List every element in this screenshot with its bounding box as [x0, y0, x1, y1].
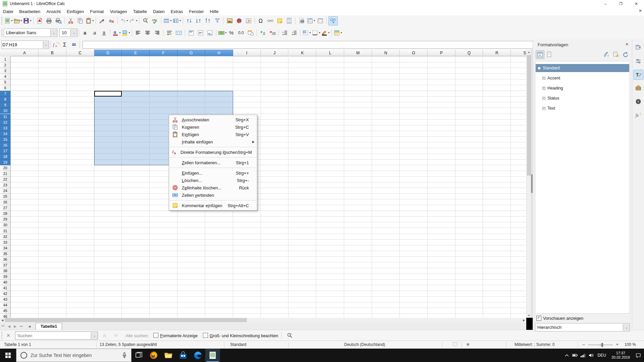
align-left-button[interactable] [134, 28, 143, 37]
dropdown-arrow[interactable]: ▾ [179, 19, 181, 22]
name-box[interactable]: ⌄ [1, 41, 49, 49]
row-header-35[interactable]: 35 [0, 251, 11, 257]
row-header-43[interactable]: 43 [0, 297, 11, 302]
maximize-button[interactable]: ❐ [613, 0, 629, 7]
row-header-13[interactable]: 13 [0, 125, 11, 131]
add-decimal-button[interactable]: .0 [259, 28, 267, 37]
summary-status[interactable]: Mittelwert: ; Summe: 0 [515, 342, 554, 347]
select-all-corner[interactable] [0, 50, 11, 57]
row-header-20[interactable]: 20 [0, 165, 11, 171]
function-wizard-button[interactable]: fx [52, 41, 61, 48]
style-item-text[interactable]: +Text [536, 104, 629, 112]
volume-icon[interactable] [587, 349, 595, 362]
menu-tabelle[interactable]: Tabelle [130, 8, 150, 15]
column-header-O[interactable]: O [400, 50, 428, 56]
scroll-left-arrow[interactable]: ◀ [0, 318, 5, 322]
action-center-icon[interactable] [633, 349, 644, 362]
next-sheet-button[interactable]: ▶ [12, 323, 18, 329]
horizontal-scrollbar[interactable]: ◀ ▶ [0, 318, 526, 322]
equals-button[interactable] [69, 41, 78, 48]
search-dropdown-arrow[interactable]: ⌄ [91, 332, 98, 339]
align-top-button[interactable] [187, 28, 196, 37]
taskbar-file-explorer-icon[interactable] [161, 349, 176, 362]
column-header-N[interactable]: N [372, 50, 400, 56]
search-field[interactable] [15, 333, 91, 338]
last-sheet-button[interactable]: ⏭ [18, 323, 24, 329]
find-all-button[interactable]: Alle suchen [125, 333, 148, 338]
menu-bearbeiten[interactable]: Bearbeiten [16, 8, 43, 15]
sum-button[interactable]: Σ [61, 41, 69, 48]
column-header-K[interactable]: K [289, 50, 317, 56]
row-header-27[interactable]: 27 [0, 205, 11, 211]
collapse-icon[interactable]: - [538, 67, 541, 70]
page-style-status[interactable]: Standard [230, 342, 247, 347]
dropdown-arrow[interactable]: ▾ [225, 31, 226, 34]
show-draw-functions-button[interactable] [328, 16, 338, 25]
selection-mode-icon[interactable] [453, 342, 458, 346]
horizontal-scrollbar-thumb[interactable] [5, 318, 247, 322]
open-button[interactable]: ▾ [13, 16, 22, 25]
bold-button[interactable]: a [81, 28, 90, 37]
active-cell[interactable] [94, 91, 122, 97]
column-header-H[interactable]: H [205, 50, 233, 56]
sidebar-tab-gallery[interactable] [633, 83, 643, 93]
microphone-icon[interactable] [122, 352, 127, 359]
row-header-38[interactable]: 38 [0, 268, 11, 274]
row-header-37[interactable]: 37 [0, 262, 11, 268]
font-size-combo[interactable]: 10⌄ [59, 28, 77, 37]
row-header-23[interactable]: 23 [0, 182, 11, 188]
headers-footers-button[interactable] [285, 16, 293, 25]
scroll-up-arrow[interactable]: ▲ [527, 50, 531, 54]
font-color-button[interactable]: a▾ [112, 28, 121, 37]
update-style-button[interactable] [621, 50, 629, 58]
row-header-33[interactable]: 33 [0, 240, 11, 245]
menu-ansicht[interactable]: Ansicht [43, 8, 64, 15]
row-header-10[interactable]: 10 [0, 108, 11, 114]
decrease-indent-button[interactable] [290, 28, 299, 37]
row-header-21[interactable]: 21 [0, 171, 11, 177]
language-status[interactable]: Deutsch (Deutschland) [344, 342, 385, 347]
style-item-accent[interactable]: +Accent [536, 74, 629, 82]
dropdown-arrow[interactable]: ▾ [314, 19, 315, 22]
sort-button[interactable] [185, 16, 194, 25]
search-input[interactable]: ⌄ [15, 331, 98, 340]
conditional-formatting-button[interactable]: ▾ [333, 28, 342, 37]
align-center-button[interactable] [143, 28, 152, 37]
close-document-button[interactable]: ✕ [639, 8, 642, 13]
context-menu-item-zellinhalte-löschen[interactable]: Zellinhalte löschen...Rück [169, 184, 257, 191]
context-menu-item-einfügen[interactable]: Einfügen...Strg++ [169, 169, 257, 177]
zoom-percent[interactable]: 100 % [625, 342, 636, 347]
menu-vorlagen[interactable]: Vorlagen [107, 8, 130, 15]
split-window-button[interactable] [316, 16, 325, 25]
style-item-standard[interactable]: -Standard [536, 64, 629, 72]
menu-fenster[interactable]: Fenster [186, 8, 207, 15]
sidebar-tab-sidebar-settings[interactable] [633, 42, 643, 52]
menu-format[interactable]: Format [87, 8, 107, 15]
row-header-8[interactable]: 8 [0, 97, 11, 102]
expand-icon[interactable]: + [542, 97, 545, 100]
previous-sheet-button[interactable]: ◀ [6, 323, 12, 329]
increase-indent-button[interactable] [280, 28, 289, 37]
align-right-button[interactable] [153, 28, 161, 37]
zoom-slider[interactable] [588, 345, 613, 345]
column-header-A[interactable]: A [11, 50, 39, 56]
export-pdf-button[interactable] [35, 16, 44, 25]
row-header-14[interactable]: 14 [0, 131, 11, 137]
taskbar-search-box[interactable]: Zur Suche Text hier eingeben [16, 349, 131, 362]
page-styles-button[interactable] [545, 50, 553, 58]
dropdown-arrow[interactable]: ▾ [128, 31, 130, 34]
dropdown-arrow[interactable]: ▾ [11, 19, 12, 22]
dropdown-arrow[interactable]: ▾ [309, 31, 311, 34]
format-currency-button[interactable]: ▾ [218, 28, 227, 37]
special-character-button[interactable]: Ω [257, 16, 265, 25]
new-button[interactable]: ▾ [4, 16, 13, 25]
row-header-42[interactable]: 42 [0, 291, 11, 297]
context-menu-item-zellen-verbinden[interactable]: Zellen verbinden [169, 191, 257, 199]
font-name-combo[interactable]: Liberation Sans⌄ [4, 28, 57, 37]
fill-format-mode-button[interactable] [602, 50, 610, 58]
taskbar-store-icon[interactable] [176, 349, 191, 362]
show-previews-checkbox[interactable]: Vorschauen anzeigen [536, 316, 583, 321]
dropdown-arrow[interactable]: ▾ [30, 19, 31, 22]
vertical-scrollbar-thumb[interactable] [527, 55, 531, 176]
find-next-button[interactable] [111, 331, 121, 340]
